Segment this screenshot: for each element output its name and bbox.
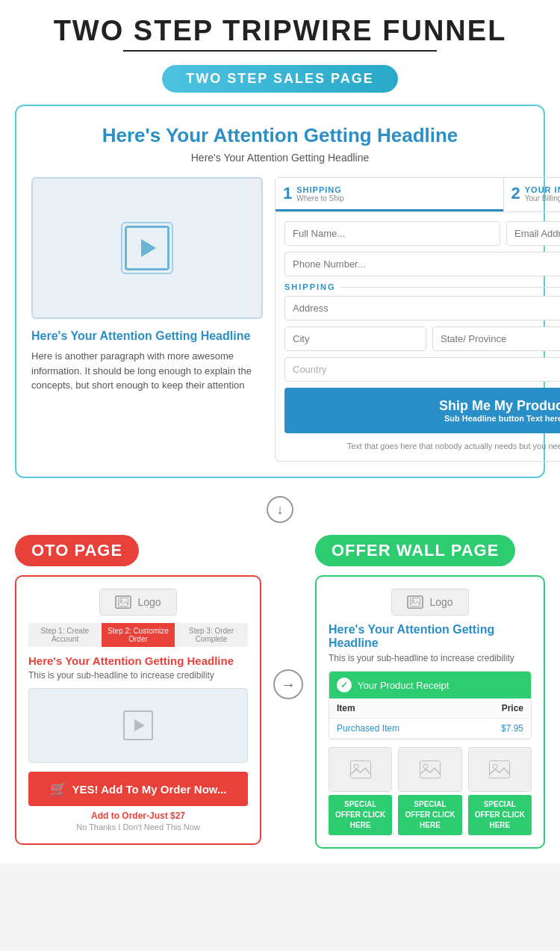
progress-steps: Step 1: Create Account Step 2: Customize… <box>28 623 248 647</box>
svg-rect-6 <box>420 761 440 778</box>
left-text: Here is another paragraph with more awes… <box>31 349 263 393</box>
special-offer-btn-3[interactable]: SPECIAL OFFER CLICK HERE <box>468 795 532 835</box>
step2-num: 2 <box>511 184 520 203</box>
special-offer-1: SPECIAL OFFER CLICK HERE <box>329 747 392 835</box>
step1-sub: Where to Ship <box>296 194 343 202</box>
special-offers-grid: SPECIAL OFFER CLICK HERE SPECIAL OFFER C… <box>329 747 532 835</box>
bottom-section: OTO PAGE Logo <box>15 535 545 849</box>
svg-point-1 <box>120 600 122 602</box>
top-badge: TWO STEP SALES PAGE <box>162 65 397 93</box>
prog-step-1: Step 1: Create Account <box>28 623 102 647</box>
oto-headline: Here's Your Attention Getting Headline <box>28 654 248 667</box>
step-1-shipping[interactable]: 1 SHIPPING Where to Ship <box>276 178 503 211</box>
video-inner-border <box>121 222 173 274</box>
right-arrow-icon: → <box>273 669 303 699</box>
video-icon <box>125 226 169 270</box>
form-row-phone <box>284 252 560 276</box>
form-note: Text that goes here that nobody actually… <box>284 441 560 452</box>
svg-rect-8 <box>490 761 510 778</box>
oto-logo-text: Logo <box>137 596 161 608</box>
sales-page-box: Here's Your Attention Getting Headline H… <box>15 105 545 478</box>
step1-label: SHIPPING <box>296 185 343 194</box>
offer-img-1 <box>329 747 392 792</box>
svg-point-7 <box>423 764 428 769</box>
country-wrapper: Country ▾ <box>284 357 560 382</box>
ow-subheadline: This is your sub-headline to increase cr… <box>329 653 532 663</box>
yes-btn-text: YES! Add To My Order Now... <box>72 783 227 796</box>
address-input[interactable] <box>284 296 560 320</box>
receipt-col-item: Item <box>329 698 465 719</box>
check-icon: ✓ <box>337 678 352 693</box>
oto-logo: Logo <box>99 589 176 616</box>
offer-wall-badge: OFFER WALL PAGE <box>315 535 515 566</box>
oto-video-placeholder <box>28 688 248 763</box>
form-row-city-state-zip <box>284 326 560 351</box>
receipt-row: Purchased Item $7.95 <box>329 719 531 739</box>
ow-logo-text: Logo <box>429 596 452 608</box>
step1-num: 1 <box>283 184 292 203</box>
video-placeholder <box>31 177 263 319</box>
ship-btn-sub: Sub Headline button Text here <box>295 414 560 423</box>
ship-btn-text: Ship Me My Product <box>439 398 560 413</box>
receipt-box: ✓ Your Product Receipt Item Price <box>329 671 532 740</box>
offer-img-2 <box>398 747 461 792</box>
special-offer-btn-2[interactable]: SPECIAL OFFER CLICK HERE <box>398 795 461 835</box>
left-column: Here's Your Attention Getting Headline H… <box>31 177 263 393</box>
step-2-info[interactable]: 2 Your Info Your Billing Info <box>504 178 561 211</box>
city-input[interactable] <box>284 326 426 351</box>
svg-point-3 <box>412 600 414 602</box>
phone-input[interactable] <box>284 252 560 276</box>
prog-step-2: Step 2: Customize Order <box>102 623 175 647</box>
special-offer-btn-1[interactable]: SPECIAL OFFER CLICK HERE <box>329 795 392 835</box>
email-input[interactable] <box>506 221 560 246</box>
receipt-table: Item Price Purchased Item $7.95 <box>329 698 531 739</box>
left-headline: Here's Your Attention Getting Headline <box>31 329 263 343</box>
sales-headline: Here's Your Attention Getting Headline <box>31 124 529 147</box>
svg-rect-0 <box>119 598 128 607</box>
prog-step-3: Step 3: Order Complete <box>175 623 248 647</box>
step2-label: Your Info <box>525 185 560 194</box>
svg-point-5 <box>354 764 358 769</box>
form-row-name-email <box>284 221 560 246</box>
title-underline <box>123 50 437 52</box>
svg-point-9 <box>493 764 497 769</box>
oto-column: OTO PAGE Logo <box>15 535 261 845</box>
receipt-item-price: $7.95 <box>465 719 531 739</box>
ow-logo: Logo <box>391 589 468 616</box>
arrow-connector: ↓ <box>15 496 545 523</box>
right-column-form: 1 SHIPPING Where to Ship 2 Your Info You… <box>275 177 560 462</box>
yes-add-button[interactable]: 🛒 YES! Add To My Order Now... <box>28 772 248 806</box>
right-arrow-connector: → <box>273 535 303 699</box>
svg-rect-2 <box>411 598 420 607</box>
receipt-header: ✓ Your Product Receipt <box>329 672 531 698</box>
image-icon <box>115 595 131 609</box>
oto-box: Logo Step 1: Create Account Step 2: Cust… <box>15 575 261 845</box>
sales-subheadline: Here's Your Attention Getting Headline <box>31 152 529 164</box>
svg-rect-4 <box>350 761 370 778</box>
yes-btn-sub: Add to Order-Just $27 <box>28 811 248 821</box>
full-name-input[interactable] <box>284 221 500 246</box>
shipping-section-label: SHIPPING <box>284 282 560 291</box>
main-title: TWO STEP TRIPWIRE FUNNEL <box>15 15 545 47</box>
form-row-address <box>284 296 560 320</box>
special-offer-2: SPECIAL OFFER CLICK HERE <box>398 747 461 835</box>
form-body: SHIPPING Country ▾ <box>275 212 560 462</box>
offer-wall-box: Logo Here's Your Attention Getting Headl… <box>315 575 545 849</box>
special-offer-3: SPECIAL OFFER CLICK HERE <box>468 747 532 835</box>
no-thanks-link[interactable]: No Thanks I Don't Need This Now <box>28 823 248 831</box>
state-input[interactable] <box>432 326 560 351</box>
step2-sub: Your Billing Info <box>525 194 560 202</box>
offer-img-3 <box>468 747 532 792</box>
oto-video-icon <box>123 710 153 740</box>
ship-me-button[interactable]: Ship Me My Product Sub Headline button T… <box>284 388 560 433</box>
receipt-label: Your Product Receipt <box>358 680 449 691</box>
ow-headline: Here's Your Attention Getting Headline <box>329 623 532 650</box>
ow-image-icon <box>407 595 423 609</box>
receipt-col-price: Price <box>465 698 531 719</box>
oto-subheadline: This is your sub-headline to increase cr… <box>28 670 248 681</box>
receipt-item-name: Purchased Item <box>329 719 465 739</box>
country-select[interactable]: Country <box>284 357 560 382</box>
oto-badge: OTO PAGE <box>15 535 139 566</box>
offer-wall-column: OFFER WALL PAGE Logo Here <box>315 535 545 849</box>
cart-icon: 🛒 <box>50 781 66 797</box>
